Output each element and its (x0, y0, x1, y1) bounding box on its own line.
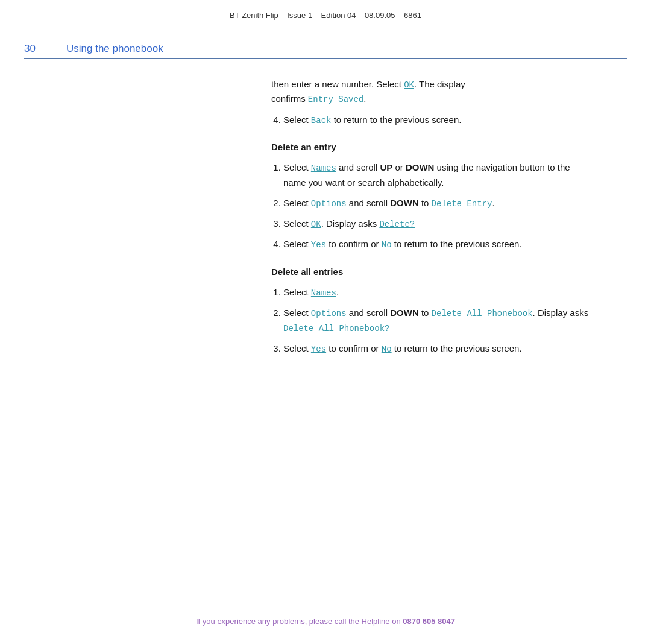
de3-before: Select (283, 218, 311, 229)
step-back-lcd: Back (311, 116, 332, 125)
footer-text-before: If you experience any problems, please c… (196, 617, 403, 626)
intro-entry-saved: Entry Saved (308, 95, 363, 104)
da2-down: DOWN (390, 308, 419, 318)
page-footer: If you experience any problems, please c… (0, 617, 651, 626)
delete-all-step-1: Select Names. (283, 285, 591, 300)
de2-middle: and scroll (347, 198, 391, 208)
intro-paragraph: then enter a new number. Select OK. The … (271, 77, 591, 107)
de1-down: DOWN (406, 162, 435, 172)
de4-middle: to confirm or (326, 239, 382, 249)
de1-before: Select (283, 162, 311, 172)
da3-after: to return to the previous screen. (392, 343, 522, 353)
intro-line4: . (363, 93, 366, 104)
de1-lcd: Names (311, 163, 336, 173)
footer-helpline: 0870 605 8047 (403, 617, 455, 626)
de4-after: to return to the previous screen. (392, 239, 522, 249)
de1-between: or (392, 162, 406, 172)
left-column (24, 59, 241, 554)
de2-end: . (492, 198, 494, 208)
step-back-after: to return to the previous screen. (331, 115, 461, 125)
da2-middle: and scroll (347, 308, 391, 318)
da3-lcd2: No (382, 344, 392, 354)
delete-entry-step-1: Select Names and scroll UP or DOWN using… (283, 160, 591, 189)
da1-after: . (336, 287, 339, 297)
page-heading: 30 Using the phonebook (24, 26, 627, 58)
de3-lcd: OK (311, 219, 321, 229)
delete-entry-step-4: Select Yes to confirm or No to return to… (283, 237, 591, 251)
de4-before: Select (283, 239, 311, 249)
step-back-before: Select (283, 115, 311, 125)
delete-entry-step-2: Select Options and scroll DOWN to Delete… (283, 196, 591, 210)
de2-before: Select (283, 198, 311, 208)
intro-line3: confirms (271, 93, 308, 104)
step-back: Select Back to return to the previous sc… (283, 113, 591, 127)
da2-lcd2: Delete All Phonebook (432, 309, 533, 318)
page-section: 30 Using the phonebook then enter a new … (0, 26, 651, 554)
delete-all-list: Select Names. Select Options and scroll … (271, 285, 591, 356)
de2-down: DOWN (390, 198, 419, 208)
de4-lcd2: No (382, 240, 392, 250)
da2-middle2: . Display asks (533, 308, 589, 318)
intro-line2: . The display (414, 79, 465, 89)
da2-lcd3: Delete All Phonebook? (283, 324, 389, 333)
page-title: Using the phonebook (66, 43, 163, 55)
de2-after: to (419, 198, 432, 208)
delete-all-step-2: Select Options and scroll DOWN to Delete… (283, 306, 591, 335)
da2-before: Select (283, 308, 311, 318)
delete-all-step-3: Select Yes to confirm or No to return to… (283, 341, 591, 356)
header-text: BT Zenith Flip – Issue 1 – Edition 04 – … (230, 11, 421, 20)
delete-entry-list: Select Names and scroll UP or DOWN using… (271, 160, 591, 252)
page-header: BT Zenith Flip – Issue 1 – Edition 04 – … (0, 0, 651, 26)
right-column: then enter a new number. Select OK. The … (241, 59, 627, 554)
de1-middle: and scroll (336, 162, 380, 172)
delete-all-title: Delete all entries (271, 267, 591, 277)
delete-entry-title: Delete an entry (271, 142, 591, 152)
de2-lcd2: Delete Entry (432, 199, 492, 209)
delete-entry-step-3: Select OK. Display asks Delete? (283, 216, 591, 231)
content-area: then enter a new number. Select OK. The … (24, 59, 627, 554)
intro-ok: OK (404, 80, 414, 90)
de1-up: UP (380, 162, 392, 172)
da1-lcd: Names (311, 288, 336, 298)
de3-middle: . Display asks (321, 218, 380, 229)
da3-lcd: Yes (311, 344, 326, 354)
da3-before: Select (283, 343, 311, 353)
de2-lcd: Options (311, 199, 347, 209)
intro-line1: then enter a new number. Select (271, 79, 404, 89)
de3-lcd2: Delete? (379, 219, 415, 229)
da3-middle: to confirm or (326, 343, 382, 353)
da2-after: to (419, 308, 432, 318)
page-number: 30 (24, 43, 48, 55)
da1-before: Select (283, 287, 311, 297)
de4-lcd: Yes (311, 240, 326, 250)
da2-lcd: Options (311, 309, 347, 318)
